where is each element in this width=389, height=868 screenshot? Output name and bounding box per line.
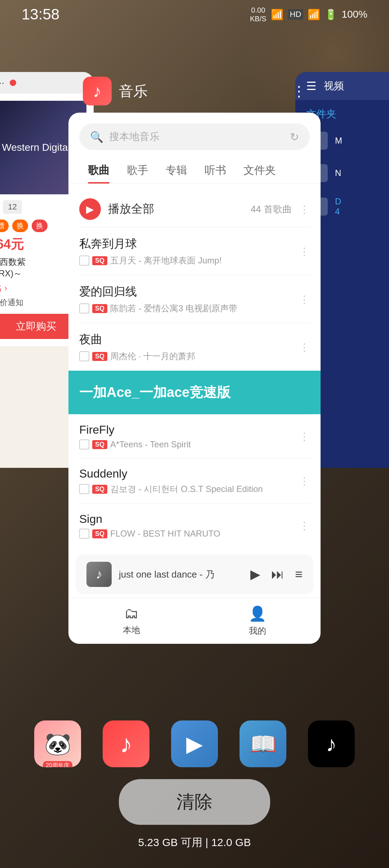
dock: 🐼 20周年庆 ♪ ▶ 📖 ♪	[0, 720, 389, 767]
dock-icon-tiktok[interactable]: ♪	[308, 720, 355, 767]
battery-icon: 🔋	[325, 9, 337, 21]
dock-icon-music[interactable]: ♪	[103, 720, 149, 767]
storage-info: 5.23 GB 可用 | 12.0 GB	[0, 835, 389, 850]
song-sub-7: FLOW - BEST HIT NARUTO	[110, 529, 220, 539]
play-pause-button[interactable]: ▶	[250, 567, 260, 582]
network-speed: 0.00KB/S	[250, 6, 267, 23]
playlist-button[interactable]: ≡	[295, 567, 303, 582]
nav-mine-label: 我的	[249, 625, 266, 637]
song-more-5[interactable]: ⋮	[299, 430, 310, 443]
song-item-2[interactable]: 爱的回归线 SQ 陈韵若 - 爱情公寓3 电视剧原声带 ⋮	[68, 275, 321, 323]
local-icon: 🗂	[124, 605, 139, 621]
song-more-6[interactable]: ⋮	[299, 475, 310, 487]
status-time: 13:58	[22, 6, 59, 23]
song-checkbox-3	[79, 351, 89, 361]
song-more-1[interactable]: ⋮	[299, 245, 310, 258]
song-more-3[interactable]: ⋮	[299, 341, 310, 353]
song-sub-row-6: SQ 김보경 - 시티헌터 O.S.T Special Edition	[79, 483, 293, 495]
dock-icon-reader[interactable]: 📖	[240, 720, 286, 767]
sq-badge-2: SQ	[92, 304, 107, 313]
tab-audiobooks[interactable]: 听书	[196, 157, 235, 184]
folder-label-2: N	[335, 168, 341, 178]
song-info-1: 私奔到月球 SQ 五月天 - 离开地球表面 Jump!	[79, 236, 293, 266]
search-icon: 🔍	[90, 131, 103, 143]
signal-icon: 📶	[308, 9, 320, 21]
song-sub-5: A*Teens - Teen Spirit	[110, 439, 191, 449]
book-icon: 📖	[250, 731, 277, 757]
song-more-7[interactable]: ⋮	[299, 519, 310, 532]
music-card-body: 🔍 搜本地音乐 ↻ 歌曲 歌手 专辑 听书 文件夹	[68, 113, 321, 644]
status-bar: 13:58 0.00KB/S 📶 HD 📶 🔋 100%	[0, 0, 389, 29]
search-bar[interactable]: 🔍 搜本地音乐 ↻	[79, 123, 310, 150]
song-info-7: Sign SQ FLOW - BEST HIT NARUTO	[79, 512, 293, 539]
song-title-3: 夜曲	[79, 332, 293, 348]
tabs-row: 歌曲 歌手 专辑 听书 文件夹	[68, 157, 321, 184]
sq-badge-3: SQ	[92, 352, 107, 361]
nav-local[interactable]: 🗂 本地	[68, 598, 194, 644]
next-button[interactable]: ⏭	[271, 567, 284, 582]
music-note-icon: ♪	[120, 729, 133, 758]
play-all-row[interactable]: ▶ 播放全部 44 首歌曲 ⋮	[68, 191, 321, 227]
dock-icon-video[interactable]: ▶	[171, 720, 218, 767]
mini-player-art: ♪	[86, 562, 112, 587]
more-icon: ···	[0, 77, 4, 89]
song-item-4-wrapper: My Love SQ Westlife 一加Ace_一加ace竞速版	[68, 371, 321, 414]
video-title: 视频	[324, 79, 344, 93]
play-all-more[interactable]: ⋮	[299, 203, 310, 216]
song-sub-row-1: SQ 五月天 - 离开地球表面 Jump!	[79, 255, 293, 266]
anniversary-badge: 20周年庆	[43, 761, 72, 767]
song-item-7[interactable]: Sign SQ FLOW - BEST HIT NARUTO ⋮	[68, 504, 321, 547]
clear-button[interactable]: 清除	[119, 779, 270, 825]
nav-local-label: 本地	[123, 624, 140, 636]
dock-icon-kiddo[interactable]: 🐼 20周年庆	[34, 720, 81, 767]
music-more-button[interactable]: ⋮	[292, 83, 306, 99]
song-checkbox-2	[79, 303, 89, 313]
sq-badge-7: SQ	[92, 529, 107, 538]
tab-albums[interactable]: 专辑	[157, 157, 196, 184]
highlight-banner: 一加Ace_一加ace竞速版	[68, 371, 321, 414]
bottom-nav: 🗂 本地 👤 我的	[68, 598, 321, 644]
song-sub-row-7: SQ FLOW - BEST HIT NARUTO	[79, 529, 293, 539]
song-item-6[interactable]: Suddenly SQ 김보경 - 시티헌터 O.S.T Special Edi…	[68, 458, 321, 503]
folder-label-3: D4	[335, 196, 341, 217]
nav-mine[interactable]: 👤 我的	[194, 598, 321, 644]
refresh-icon[interactable]: ↻	[290, 131, 299, 143]
song-count: 44 首歌曲	[251, 203, 292, 216]
mine-icon: 👤	[249, 605, 267, 622]
tab-folders[interactable]: 文件夹	[235, 157, 285, 184]
mini-player-controls: ▶ ⏭ ≡	[250, 567, 303, 582]
highlight-banner-text: 一加Ace_一加ace竞速版	[79, 383, 231, 402]
song-sub-6: 김보경 - 시티헌터 O.S.T Special Edition	[110, 483, 263, 495]
song-sub-row-3: SQ 周杰伦 · 十一月的萧邦	[79, 351, 293, 362]
song-title-1: 私奔到月球	[79, 236, 293, 252]
play-all-button[interactable]: ▶	[79, 198, 101, 220]
song-item-3[interactable]: 夜曲 SQ 周杰伦 · 十一月的萧邦 ⋮	[68, 323, 321, 371]
song-item-1[interactable]: 私奔到月球 SQ 五月天 - 离开地球表面 Jump! ⋮	[68, 227, 321, 275]
mini-player[interactable]: ♪ just one last dance - 乃 ▶ ⏭ ≡	[76, 555, 313, 594]
song-checkbox-1	[79, 256, 89, 266]
cards-area: ⤴ ··· Western Digital 1 12 满赠 换 换 ¥.64元 …	[0, 43, 389, 666]
song-info-5: FireFly SQ A*Teens - Teen Spirit	[79, 423, 293, 449]
song-info-6: Suddenly SQ 김보경 - 시티헌터 O.S.T Special Edi…	[79, 467, 293, 495]
notification-badge	[10, 80, 16, 86]
tab-songs[interactable]: 歌曲	[79, 157, 118, 184]
song-more-2[interactable]: ⋮	[299, 293, 310, 306]
song-title-2: 爱的回归线	[79, 284, 293, 300]
song-title-7: Sign	[79, 512, 293, 526]
clear-label: 清除	[176, 792, 213, 812]
song-sub-2: 陈韵若 - 爱情公寓3 电视剧原声带	[110, 303, 237, 314]
storage-text: 5.23 GB 可用 | 12.0 GB	[138, 836, 251, 848]
card-music-main[interactable]: ♪ 音乐 ⋮ 🔍 搜本地音乐 ↻ 歌曲 歌手 专辑	[68, 66, 321, 644]
song-item-5[interactable]: FireFly SQ A*Teens - Teen Spirit ⋮	[68, 415, 321, 458]
tab-artists[interactable]: 歌手	[118, 157, 157, 184]
mini-player-title: just one last dance - 乃	[119, 568, 243, 581]
sq-badge-5: SQ	[92, 440, 107, 449]
music-app-title: 音乐	[119, 81, 292, 101]
search-placeholder: 搜本地音乐	[109, 130, 284, 144]
folder-label-1: M	[335, 136, 342, 146]
battery-percent: 100%	[341, 9, 367, 20]
wifi-icon: 📶	[271, 9, 283, 21]
song-sub-row-5: SQ A*Teens - Teen Spirit	[79, 439, 293, 449]
song-checkbox-7	[79, 529, 89, 539]
music-app-icon: ♪	[83, 77, 112, 105]
